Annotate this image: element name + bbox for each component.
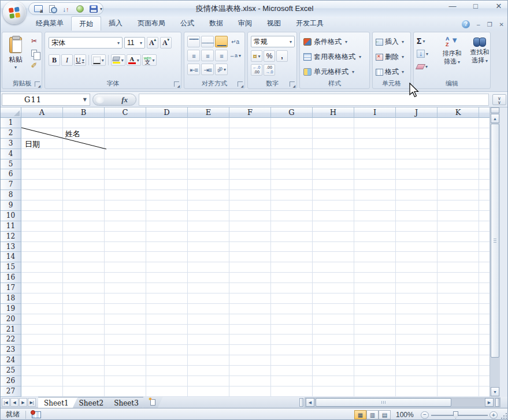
cell-H16[interactable] (313, 273, 354, 283)
column-header-A[interactable]: A (21, 107, 63, 118)
cell-K11[interactable] (437, 221, 479, 232)
zoom-slider-thumb[interactable] (453, 411, 458, 419)
cell-C17[interactable] (105, 283, 146, 293)
cell-C4[interactable] (105, 149, 146, 159)
cell-F16[interactable] (229, 273, 271, 283)
cell-G18[interactable] (271, 293, 313, 304)
normal-view-button[interactable]: ▦ (354, 410, 366, 419)
ribbon-tab-7[interactable]: 审阅 (231, 16, 259, 31)
cell-C1[interactable] (105, 118, 146, 128)
row-header-20[interactable]: 20 (1, 314, 21, 325)
cell-K21[interactable] (437, 325, 479, 335)
cell-F18[interactable] (229, 293, 271, 304)
cell-I16[interactable] (354, 273, 396, 283)
cell-E26[interactable] (188, 376, 229, 386)
cell-I26[interactable] (354, 376, 396, 386)
cell-G1[interactable] (271, 118, 313, 128)
cell-A1[interactable] (21, 118, 63, 128)
vertical-scrollbar-thumb[interactable] (491, 124, 499, 358)
cell-G21[interactable] (271, 325, 313, 335)
cell-J25[interactable] (396, 366, 437, 376)
cell-J26[interactable] (396, 376, 437, 386)
cell-I3[interactable] (354, 139, 396, 149)
cell-F20[interactable] (229, 314, 271, 325)
zoom-out-button[interactable]: − (421, 411, 429, 419)
cell-C7[interactable] (105, 180, 146, 190)
name-box-dropdown-icon[interactable]: ▼ (83, 97, 90, 102)
cell-I21[interactable] (354, 325, 396, 335)
cell-G5[interactable] (271, 159, 313, 170)
font-size-combo[interactable]: 11 ▾ (124, 37, 145, 49)
ribbon-tab-1[interactable]: 经典菜单 (28, 16, 71, 31)
fill-color-button[interactable] (111, 54, 125, 66)
cell-F2[interactable] (229, 128, 271, 139)
format-as-table-button[interactable]: 套用表格格式 (302, 50, 362, 64)
cell-F21[interactable] (229, 325, 271, 335)
cell-E27[interactable] (188, 386, 229, 397)
cell-G10[interactable] (271, 211, 313, 221)
align-bottom-button[interactable]: ▁▁ (215, 36, 228, 47)
cell-G16[interactable] (271, 273, 313, 283)
cell-B21[interactable] (63, 325, 105, 335)
cell-F11[interactable] (229, 221, 271, 232)
sort-filter-button[interactable]: AZ▼ 排序和 筛选 (437, 35, 467, 66)
cell-G20[interactable] (271, 314, 313, 325)
cell-B4[interactable] (63, 149, 105, 159)
cell-F17[interactable] (229, 283, 271, 293)
cell-F13[interactable] (229, 242, 271, 252)
cell-J6[interactable] (396, 169, 437, 180)
cell-H22[interactable] (313, 334, 354, 345)
restore-workbook-icon[interactable]: ❐ (487, 21, 492, 28)
cell-B12[interactable] (63, 232, 105, 242)
cell-J2[interactable] (396, 128, 437, 139)
cell-E10[interactable] (188, 211, 229, 221)
cell-F15[interactable] (229, 262, 271, 273)
cell-D3[interactable] (146, 139, 188, 149)
fill-button[interactable]: ↓ (417, 49, 428, 59)
cell-F14[interactable] (229, 252, 271, 262)
row-header-15[interactable]: 15 (1, 262, 21, 273)
cell-J11[interactable] (396, 221, 437, 232)
cell-F3[interactable] (229, 139, 271, 149)
cell-B9[interactable] (63, 200, 105, 211)
cell-D4[interactable] (146, 149, 188, 159)
cell-E5[interactable] (188, 159, 229, 170)
cell-E20[interactable] (188, 314, 229, 325)
column-header-G[interactable]: G (271, 107, 313, 118)
column-header-B[interactable]: B (63, 107, 105, 118)
cell-K9[interactable] (437, 200, 479, 211)
row-header-10[interactable]: 10 (1, 211, 21, 221)
cell-K6[interactable] (437, 169, 479, 180)
cell-C23[interactable] (105, 345, 146, 355)
row-header-16[interactable]: 16 (1, 273, 21, 283)
cell-F8[interactable] (229, 190, 271, 200)
cell-J9[interactable] (396, 200, 437, 211)
row-header-24[interactable]: 24 (1, 355, 21, 366)
cell-F24[interactable] (229, 355, 271, 366)
cell-H27[interactable] (313, 386, 354, 397)
cell-I9[interactable] (354, 200, 396, 211)
cell-D17[interactable] (146, 283, 188, 293)
cell-D10[interactable] (146, 211, 188, 221)
cell-I5[interactable] (354, 159, 396, 170)
cell-D2[interactable] (146, 128, 188, 139)
cell-J15[interactable] (396, 262, 437, 273)
cell-A25[interactable] (21, 366, 63, 376)
cell-J18[interactable] (396, 293, 437, 304)
cell-G27[interactable] (271, 386, 313, 397)
cell-J10[interactable] (396, 211, 437, 221)
sheet-tab-Sheet3[interactable]: Sheet3 (108, 397, 148, 408)
cell-G6[interactable] (271, 169, 313, 180)
cell-B20[interactable] (63, 314, 105, 325)
cell-J24[interactable] (396, 355, 437, 366)
cell-styles-button[interactable]: 单元格样式 (302, 65, 362, 79)
row-header-9[interactable]: 9 (1, 200, 21, 211)
cell-I19[interactable] (354, 304, 396, 314)
cell-E6[interactable] (188, 169, 229, 180)
next-sheet-icon[interactable]: ▶ (19, 398, 27, 407)
cell-D23[interactable] (146, 345, 188, 355)
cell-I17[interactable] (354, 283, 396, 293)
cell-C21[interactable] (105, 325, 146, 335)
format-cells-button[interactable]: 格式 (376, 65, 404, 79)
ribbon-tab-8[interactable]: 视图 (259, 16, 288, 31)
